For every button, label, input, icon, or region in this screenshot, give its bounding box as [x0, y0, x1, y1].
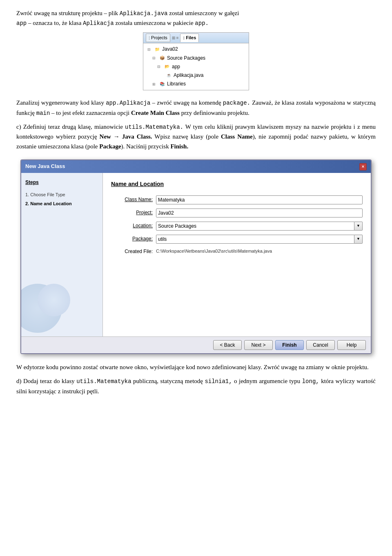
project-input[interactable]	[156, 208, 363, 217]
project-row: Project:	[111, 208, 363, 217]
step-1-number: 1.	[25, 192, 29, 197]
intro-code3: Aplikacja	[83, 20, 114, 27]
new-java-class-dialog: New Java Class × Steps 1. Choose File Ty…	[20, 159, 372, 354]
p3-label: c) Zdefiniuj teraz drugą klasę, mianowic…	[16, 123, 125, 130]
tree-label-java02: Java02	[162, 45, 178, 53]
sidebar-heading: Steps	[25, 179, 98, 186]
help-button[interactable]: Help	[337, 340, 366, 350]
library-icon: 📚	[159, 81, 165, 87]
panel-header: : Projects ⊞ ≡ : Files	[143, 33, 249, 44]
tree-label-app: app	[172, 63, 180, 71]
p5-code2: silnia1,	[205, 378, 232, 385]
created-file-label: Created File:	[111, 248, 156, 256]
p3-arrow: →	[111, 133, 122, 140]
p5-code1: utils.Matematyka	[76, 378, 131, 385]
location-input[interactable]	[156, 222, 354, 231]
step-2-label: Name and Location	[30, 201, 71, 206]
p3-code1: utils.Matematyka.	[125, 124, 183, 130]
p2-text4: – to jest efekt zaznaczenia opcji	[50, 110, 131, 116]
package-label: Package:	[111, 235, 156, 243]
p3-bold3: Finish.	[170, 143, 188, 150]
p3-text4: ). Naciśnij przycisk	[121, 143, 171, 150]
dialog-body: Steps 1. Choose File Type 2. Name and Lo…	[21, 173, 371, 336]
tree-label-libraries: Libraries	[167, 80, 186, 88]
app-icon: 📂	[164, 63, 170, 70]
dialog-sidebar: Steps 1. Choose File Type 2. Name and Lo…	[21, 173, 103, 336]
class-name-row: Class Name:	[111, 195, 363, 204]
files-tab[interactable]: : Files	[180, 34, 199, 42]
p2-bold1: Create Main Class	[131, 110, 180, 116]
intro-code4: app.	[195, 20, 209, 27]
p2-code2: package.	[223, 100, 250, 106]
dialog-main: Name and Location Class Name: Project: L…	[103, 173, 371, 336]
expand-icon-src: ⊟	[151, 55, 157, 61]
intro-code1: Aplikacja.java	[120, 10, 168, 17]
expand-icon-lib: ⊞	[151, 81, 157, 87]
intro-text4: została umieszczona w pakiecie	[114, 20, 195, 26]
paragraph4: W edytorze kodu powinno zostać otwarte n…	[16, 362, 376, 372]
package-row: Package: ▼	[111, 235, 363, 244]
p2-text5: przy definiowaniu projektu.	[180, 110, 249, 116]
dialog-watermark	[21, 271, 103, 333]
watermark-circle1	[21, 284, 62, 333]
tree-item-source-packages[interactable]: ⊟ 📦 Source Packages	[146, 54, 246, 63]
tree-item-app[interactable]: ⊟ 📂 app	[146, 63, 246, 71]
expand-icon: ⊟	[146, 46, 152, 53]
package-dropdown-btn[interactable]: ▼	[354, 235, 363, 244]
location-dropdown-wrapper: ▼	[156, 222, 363, 231]
location-label: Location:	[111, 222, 156, 230]
watermark-circle2	[38, 284, 70, 316]
cancel-button[interactable]: Cancel	[306, 340, 335, 350]
p3-text2: Wpisz nazwę klasy (pole	[152, 133, 221, 140]
p3-bold2: Package	[99, 143, 121, 150]
tree-item-aplikacja[interactable]: ☕ Aplikacja.java	[146, 71, 246, 80]
tree-item-libraries[interactable]: ⊞ 📚 Libraries	[146, 80, 246, 88]
tree-label-aplikacja: Aplikacja.java	[174, 72, 203, 79]
p2-text1: Zanalizuj wygenerowany kod klasy	[16, 99, 106, 106]
dialog-close-button[interactable]: ×	[359, 163, 367, 170]
packages-icon: 📦	[159, 55, 165, 61]
location-row: Location: ▼	[111, 222, 363, 231]
intro-paragraph: Zwróć uwagę na strukturę projektu – plik…	[16, 8, 376, 28]
p2-code1: app.Aplikacja	[106, 100, 150, 106]
step-1-label: Choose File Type	[30, 192, 65, 197]
p3-highlight2: Java Class.	[122, 133, 152, 140]
step-1: 1. Choose File Type	[25, 191, 98, 200]
step-2: 2. Name and Location	[25, 200, 98, 208]
finish-button[interactable]: Finish	[275, 340, 304, 350]
intro-text3: – oznacza to, że klasa	[27, 20, 83, 26]
class-name-label: Class Name:	[111, 196, 156, 204]
project-label: Project:	[111, 209, 156, 217]
tree-item-java02[interactable]: ⊟ 📁 Java02	[146, 45, 246, 54]
created-file-row: Created File: C:\Workspace\Netbeans\Java…	[111, 248, 363, 256]
step-2-number: 2.	[25, 201, 29, 206]
dialog-titlebar: New Java Class ×	[21, 160, 371, 173]
projects-panel: : Projects ⊞ ≡ : Files ⊟ 📁 Java02 ⊟ 📦 So…	[143, 32, 249, 91]
p5-label: d) Dodaj teraz do klasy	[16, 378, 76, 384]
intro-text2: został umieszczony w gałęzi	[167, 10, 239, 16]
next-button[interactable]: Next >	[244, 340, 273, 350]
p3-highlight1: New	[100, 133, 111, 140]
intro-text1: Zwróć uwagę na strukturę projektu – plik	[16, 10, 120, 16]
p5-code3: long,	[302, 378, 319, 385]
class-name-input[interactable]	[156, 195, 363, 204]
paragraph5: d) Dodaj teraz do klasy utils.Matematyka…	[16, 376, 376, 396]
p5-text2: o jednym argumencie typu	[232, 378, 302, 384]
dialog-footer: < Back Next > Finish Cancel Help	[21, 336, 371, 353]
package-dropdown-wrapper: ▼	[156, 235, 363, 244]
package-input[interactable]	[156, 235, 354, 244]
p4-text: W edytorze kodu powinno zostać otwarte n…	[16, 364, 369, 370]
tree-label-source-packages: Source Packages	[167, 54, 205, 62]
p3-bold1: Class Name	[221, 133, 253, 140]
paragraph2: Zanalizuj wygenerowany kod klasy app.Apl…	[16, 98, 376, 118]
dialog-title: New Java Class	[25, 162, 65, 171]
location-dropdown-btn[interactable]: ▼	[354, 222, 363, 231]
p2-text2: – zwróć uwagę na komendę	[150, 99, 223, 106]
projects-tab[interactable]: : Projects	[146, 34, 170, 43]
spacer	[160, 72, 164, 79]
paragraph3: c) Zdefiniuj teraz drugą klasę, mianowic…	[16, 122, 376, 151]
p2-code3: main	[36, 110, 50, 117]
back-button[interactable]: < Back	[213, 340, 242, 350]
expand-icon-app: ⊟	[156, 63, 162, 70]
created-file-value: C:\Workspace\Netbeans\Java02\src\utils\M…	[156, 248, 272, 255]
